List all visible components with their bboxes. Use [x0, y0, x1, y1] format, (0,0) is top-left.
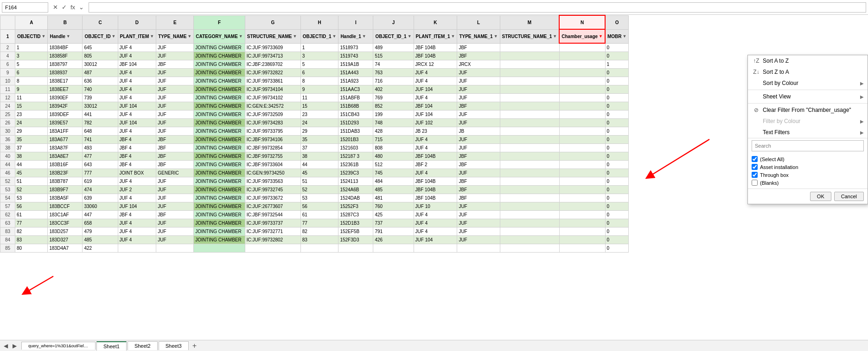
table-cell[interactable]: JUF 104 [414, 85, 457, 93]
table-cell[interactable]: 183A87F [48, 143, 83, 152]
table-cell[interactable]: 0 [605, 135, 629, 143]
table-cell[interactable]: JBF 104B [414, 152, 457, 160]
table-cell[interactable]: 56 [300, 202, 338, 210]
table-cell[interactable]: 183A677 [48, 135, 83, 143]
table-cell[interactable]: JUF 4 [118, 235, 156, 244]
table-cell[interactable]: 183A8E7 [48, 152, 83, 160]
sheet-nav-left[interactable]: ◀ [2, 343, 10, 349]
sheet-tab-sheet2[interactable]: Sheet2 [128, 341, 158, 350]
checkbox-through-box-input[interactable] [752, 172, 758, 178]
checkbox-asset-installation[interactable]: Asset installation [752, 163, 864, 171]
name-box[interactable] [2, 2, 48, 13]
table-cell[interactable]: 741 [83, 135, 118, 143]
table-cell[interactable]: 82 [15, 227, 48, 235]
table-cell[interactable]: 1524113 [338, 177, 373, 185]
table-cell[interactable]: JUF [156, 118, 194, 127]
table-cell[interactable]: JUF 4 [118, 85, 156, 93]
table-cell[interactable]: 83 [300, 235, 338, 244]
field-TYPE_NAME[interactable]: TYPE_NAME▼ [156, 29, 194, 43]
table-cell[interactable]: JOINTING CHAMBER [194, 52, 245, 60]
table-cell[interactable] [500, 93, 559, 102]
table-cell[interactable]: 0 [605, 68, 629, 77]
table-cell[interactable]: 29 [15, 127, 48, 135]
table-cell[interactable] [559, 43, 605, 52]
table-cell[interactable]: 402 [373, 85, 414, 93]
table-cell[interactable]: JUF [156, 93, 194, 102]
table-cell[interactable]: IC:JUF:99733609 [245, 43, 300, 52]
table-cell[interactable]: JUF 4 [118, 68, 156, 77]
table-cell[interactable]: JUF [457, 169, 500, 177]
table-cell[interactable]: 77 [15, 219, 48, 227]
table-cell[interactable]: IC:JUF:99734104 [245, 85, 300, 93]
table-cell[interactable]: JBF [457, 160, 500, 169]
table-cell[interactable] [500, 118, 559, 127]
table-cell[interactable]: 763 [373, 68, 414, 77]
table-cell[interactable]: 183CC3F [48, 219, 83, 227]
table-cell[interactable] [559, 202, 605, 210]
search-input[interactable] [752, 140, 864, 151]
table-cell[interactable]: JOINTING CHAMBER [194, 202, 245, 210]
table-cell[interactable]: 183BCCF [48, 202, 83, 210]
table-cell[interactable]: 183D257 [48, 227, 83, 235]
table-cell[interactable] [457, 244, 500, 252]
table-cell[interactable]: 852 [373, 102, 414, 110]
table-cell[interactable]: 791 [373, 227, 414, 235]
table-cell[interactable]: JUF 2 [118, 185, 156, 194]
table-cell[interactable]: 0 [605, 85, 629, 93]
table-cell[interactable]: JOINTING CHAMBER [194, 110, 245, 118]
table-cell[interactable]: 739 [83, 93, 118, 102]
table-cell[interactable] [559, 118, 605, 127]
table-cell[interactable]: 80 [15, 244, 48, 252]
sheet-tab-query[interactable]: query_where=1%3D1&outFields=_&r [21, 342, 96, 350]
table-cell[interactable]: JRCX [457, 60, 500, 68]
table-cell[interactable]: 1519743 [338, 52, 373, 60]
table-cell[interactable]: JUF [156, 68, 194, 77]
table-cell[interactable]: 44 [15, 160, 48, 169]
table-cell[interactable]: JBF 4 [118, 152, 156, 160]
table-cell[interactable]: JOINTING CHAMBER [194, 68, 245, 77]
table-cell[interactable]: 1838E17 [48, 77, 83, 85]
table-cell[interactable]: JUF [457, 202, 500, 210]
table-cell[interactable]: JUF [457, 118, 500, 127]
table-cell[interactable]: IC:JBF:99732755 [245, 152, 300, 160]
table-cell[interactable]: JUF 4 [414, 135, 457, 143]
table-cell[interactable]: 83 [15, 235, 48, 244]
table-cell[interactable]: 0 [605, 219, 629, 227]
sort-z-to-a[interactable]: Z↓ Sort Z to A [748, 66, 868, 78]
table-cell[interactable]: 485 [83, 235, 118, 244]
cancel-icon[interactable]: ✕ [52, 4, 59, 11]
table-cell[interactable]: 24 [15, 118, 48, 127]
table-cell[interactable] [559, 110, 605, 118]
table-cell[interactable]: JUF [457, 219, 500, 227]
table-cell[interactable]: 199 [373, 110, 414, 118]
table-cell[interactable]: JUF [156, 194, 194, 202]
table-cell[interactable]: 15252F3 [338, 202, 373, 210]
table-cell[interactable]: 5 [300, 60, 338, 68]
table-cell[interactable]: 3 [15, 52, 48, 60]
table-cell[interactable]: 0 [605, 194, 629, 202]
table-cell[interactable]: 760 [373, 202, 414, 210]
field-OBJECTID[interactable]: OBJECTID▼ [15, 29, 48, 43]
table-cell[interactable] [118, 244, 156, 252]
table-cell[interactable]: JBF 104B [414, 43, 457, 52]
table-cell[interactable] [500, 60, 559, 68]
table-cell[interactable]: JBF 104 [118, 60, 156, 68]
table-cell[interactable]: 777 [83, 169, 118, 177]
table-cell[interactable]: JOINTING CHAMBER [194, 160, 245, 169]
table-cell[interactable]: 82 [300, 227, 338, 235]
clear-filter[interactable]: ⊘ Clear Filter From "Chamber_usage" [748, 104, 868, 116]
table-cell[interactable]: JOINTING CHAMBER [194, 185, 245, 194]
table-cell[interactable]: 15 [15, 102, 48, 110]
table-cell[interactable]: 0 [605, 202, 629, 210]
table-cell[interactable]: JUF [457, 227, 500, 235]
table-cell[interactable]: 645 [83, 43, 118, 52]
checkbox-blanks[interactable]: (Blanks) [752, 179, 864, 187]
field-Handle_1[interactable]: Handle_1▼ [338, 29, 373, 43]
table-cell[interactable]: JUF [156, 52, 194, 60]
table-cell[interactable]: JUF 4 [118, 110, 156, 118]
table-cell[interactable]: 493 [83, 143, 118, 152]
table-cell[interactable]: 33060 [83, 202, 118, 210]
add-sheet-button[interactable]: + [190, 342, 199, 350]
table-cell[interactable]: 0 [605, 210, 629, 219]
table-cell[interactable]: 0 [605, 177, 629, 185]
